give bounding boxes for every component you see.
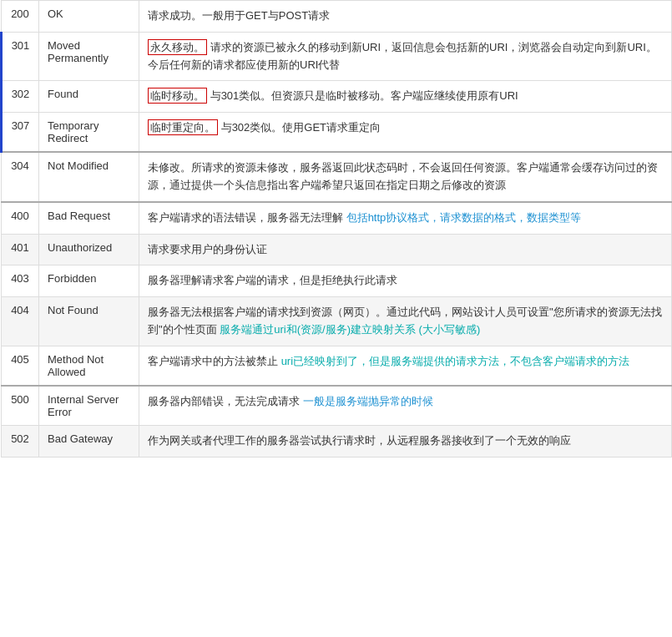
table-row: 500Internal Server Error服务器内部错误，无法完成请求 一… — [2, 386, 672, 426]
status-description: 请求要求用户的身份认证 — [139, 234, 672, 265]
desc-highlight: 包括http协议格式，请求数据的格式，数据类型等 — [346, 211, 582, 224]
status-name: Not Modified — [39, 152, 139, 202]
status-code: 304 — [2, 152, 39, 202]
table-row: 401Unauthorized请求要求用户的身份认证 — [2, 234, 672, 265]
boxed-term: 临时重定向。 — [148, 119, 218, 135]
table-row: 304Not Modified未修改。所请求的资源未修改，服务器返回此状态码时，… — [2, 152, 672, 202]
status-code: 302 — [2, 81, 39, 113]
table-row: 405Method Not Allowed客户端请求中的方法被禁止 uri已经映… — [2, 346, 672, 386]
status-name: Internal Server Error — [39, 386, 139, 426]
desc-text: 请求的资源已被永久的移动到新URI，返回信息会包括新的URI，浏览器会自动定向到… — [148, 41, 657, 71]
status-name: Temporary Redirect — [39, 113, 139, 153]
status-code: 404 — [2, 297, 39, 346]
status-description: 服务器无法根据客户端的请求找到资源（网页）。通过此代码，网站设计人员可设置"您所… — [139, 297, 672, 346]
desc-text: 请求成功。一般用于GET与POST请求 — [148, 9, 330, 22]
table-row: 502Bad Gateway作为网关或者代理工作的服务器尝试执行请求时，从远程服… — [2, 425, 672, 457]
status-code: 403 — [2, 265, 39, 297]
status-code: 401 — [2, 234, 39, 265]
status-description: 客户端请求中的方法被禁止 uri已经映射到了，但是服务端提供的请求方法，不包含客… — [139, 346, 672, 386]
desc-text: 客户端请求中的方法被禁止 — [148, 355, 278, 367]
boxed-term: 临时移动。 — [148, 88, 207, 104]
desc-text: 服务器理解请求客户端的请求，但是拒绝执行此请求 — [148, 274, 397, 286]
desc-highlight: 一般是服务端抛异常的时候 — [303, 395, 433, 407]
status-code: 307 — [2, 113, 39, 153]
status-description: 服务器内部错误，无法完成请求 一般是服务端抛异常的时候 — [139, 386, 672, 426]
desc-text: 请求要求用户的身份认证 — [148, 243, 267, 255]
desc-text: 与301类似。但资源只是临时被移动。客户端应继续使用原有URI — [210, 89, 518, 102]
desc-text: 客户端请求的语法错误，服务器无法理解 — [148, 211, 343, 224]
status-name: Found — [39, 81, 139, 113]
status-name: Bad Request — [39, 202, 139, 234]
status-description: 未修改。所请求的资源未修改，服务器返回此状态码时，不会返回任何资源。客户端通常会… — [139, 152, 672, 202]
status-description: 请求成功。一般用于GET与POST请求 — [139, 1, 672, 33]
desc-highlight: 服务端通过uri和(资源/服务)建立映射关系 (大小写敏感) — [220, 323, 480, 336]
status-code: 301 — [2, 32, 39, 81]
status-code: 200 — [2, 1, 39, 33]
status-description: 客户端请求的语法错误，服务器无法理解 包括http协议格式，请求数据的格式，数据… — [139, 202, 672, 234]
status-code: 502 — [2, 425, 39, 457]
status-name: Not Found — [39, 297, 139, 346]
status-description: 服务器理解请求客户端的请求，但是拒绝执行此请求 — [139, 265, 672, 297]
table-row: 301Moved Permanently永久移动。 请求的资源已被永久的移动到新… — [2, 32, 672, 81]
status-name: Forbidden — [39, 265, 139, 297]
table-row: 403Forbidden服务器理解请求客户端的请求，但是拒绝执行此请求 — [2, 265, 672, 297]
status-code: 405 — [2, 346, 39, 386]
desc-text: 未修改。所请求的资源未修改，服务器返回此状态码时，不会返回任何资源。客户端通常会… — [148, 161, 658, 191]
table-row: 302Found临时移动。 与301类似。但资源只是临时被移动。客户端应继续使用… — [2, 81, 672, 113]
status-code: 500 — [2, 386, 39, 426]
desc-highlight: uri已经映射到了，但是服务端提供的请求方法，不包含客户端请求的方法 — [281, 355, 629, 367]
status-name: Unauthorized — [39, 234, 139, 265]
desc-text: 与302类似。使用GET请求重定向 — [221, 121, 381, 134]
table-row: 404Not Found服务器无法根据客户端的请求找到资源（网页）。通过此代码，… — [2, 297, 672, 346]
status-description: 临时重定向。 与302类似。使用GET请求重定向 — [139, 113, 672, 153]
table-row: 200OK请求成功。一般用于GET与POST请求 — [2, 1, 672, 33]
status-name: OK — [39, 1, 139, 33]
status-name: Method Not Allowed — [39, 346, 139, 386]
status-name: Bad Gateway — [39, 425, 139, 457]
status-name: Moved Permanently — [39, 32, 139, 81]
table-row: 307Temporary Redirect临时重定向。 与302类似。使用GET… — [2, 113, 672, 153]
desc-text: 作为网关或者代理工作的服务器尝试执行请求时，从远程服务器接收到了一个无效的响应 — [148, 434, 571, 447]
table-row: 400Bad Request客户端请求的语法错误，服务器无法理解 包括http协… — [2, 202, 672, 234]
status-description: 永久移动。 请求的资源已被永久的移动到新URI，返回信息会包括新的URI，浏览器… — [139, 32, 672, 81]
status-description: 临时移动。 与301类似。但资源只是临时被移动。客户端应继续使用原有URI — [139, 81, 672, 113]
boxed-term: 永久移动。 — [148, 39, 207, 55]
status-description: 作为网关或者代理工作的服务器尝试执行请求时，从远程服务器接收到了一个无效的响应 — [139, 425, 672, 457]
status-code: 400 — [2, 202, 39, 234]
desc-text: 服务器内部错误，无法完成请求 — [148, 395, 300, 407]
